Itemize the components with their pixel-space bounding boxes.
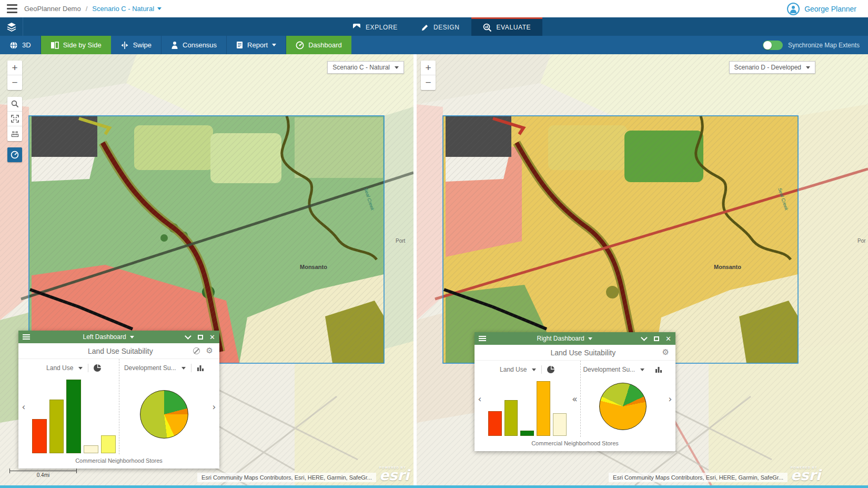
bar-chart-type-icon[interactable] <box>197 365 204 371</box>
map-label-monsanto: Monsanto <box>714 264 741 270</box>
swipe-label: Swipe <box>133 41 152 49</box>
chevron-down-icon <box>130 336 134 338</box>
hide-icon[interactable] <box>193 347 200 354</box>
side-by-side-button[interactable]: Side by Side <box>41 36 111 54</box>
map-label-monsanto: Monsanto <box>300 264 327 270</box>
close-icon[interactable]: ✕ <box>665 335 671 342</box>
map-label-port: Port <box>396 238 406 244</box>
chevron-down-icon <box>78 367 83 370</box>
breadcrumb-separator: / <box>86 5 88 13</box>
side-by-side-icon <box>51 42 59 49</box>
dashboard-button[interactable]: Dashboard <box>286 36 351 54</box>
zoom-out-button[interactable] <box>7 75 22 90</box>
chevron-down-icon <box>806 66 810 69</box>
dashboard-menu-icon[interactable] <box>23 334 30 340</box>
left-dashboard-body: ‹ Land Use <box>18 359 219 454</box>
esri-wordmark: esri <box>379 468 409 482</box>
esri-logo: POWERED BY esri <box>791 466 821 482</box>
evaluate-chart-magnifier-icon <box>483 23 492 32</box>
swipe-button[interactable]: Swipe <box>111 36 162 54</box>
prev-chart-chevron[interactable]: ‹ <box>18 359 29 454</box>
consensus-label: Consensus <box>183 41 217 49</box>
dashboard-toggle-button[interactable] <box>7 147 22 162</box>
avatar <box>787 3 800 15</box>
maximize-icon[interactable] <box>654 336 659 341</box>
dashboard-label: Dashboard <box>308 41 342 49</box>
right-dashboard-body: ‹ Land Use « <box>475 361 675 437</box>
prev-chart-chevron[interactable]: ‹ <box>475 361 485 437</box>
land-use-bar-chart <box>488 376 567 437</box>
tab-evaluate[interactable]: EVALUATE <box>471 17 543 36</box>
gear-icon[interactable]: ⚙ <box>662 348 669 356</box>
bar-chart-type-icon[interactable] <box>655 366 662 373</box>
synchronize-map-extents-toggle[interactable] <box>763 41 783 50</box>
indicator-label: Commercial Neighborhood Stores <box>18 454 219 469</box>
consensus-button[interactable]: Consensus <box>162 36 227 54</box>
left-dashboard-header[interactable]: Left Dashboard ✕ <box>18 331 219 343</box>
right-dashboard-header[interactable]: Right Dashboard ✕ <box>475 332 675 345</box>
3d-button[interactable]: 3D <box>0 36 41 54</box>
left-dashboard-title-menu[interactable]: Left Dashboard <box>30 333 187 341</box>
left-map-scenario-selector[interactable]: Scenario C - Natural <box>327 61 404 74</box>
scenario-breadcrumb-label: Scenario C - Natural <box>92 5 154 13</box>
zoom-out-button[interactable] <box>421 75 436 90</box>
scalebar-mi: 0.4mi <box>9 472 77 478</box>
right-map-scenario-selector[interactable]: Scenario D - Developed <box>729 61 815 74</box>
left-map-scenario-value: Scenario C - Natural <box>332 64 390 71</box>
land-use-chart-panel: Land Use <box>29 359 119 454</box>
layers-button[interactable] <box>0 17 23 36</box>
map-left-scenario-c[interactable]: Monsanto Seal Creek Port <box>0 54 413 485</box>
left-map-attribution: Esri Community Maps Contributors, Esri, … <box>197 466 409 482</box>
zoom-control <box>7 61 22 90</box>
pie-chart-type-icon[interactable] <box>94 364 101 372</box>
user-menu[interactable]: George Planner <box>787 3 868 15</box>
development-suitability-selector[interactable]: Development Su... <box>583 366 635 373</box>
chevron-down-icon <box>181 367 186 370</box>
report-label: Report <box>247 41 268 49</box>
pie-chart-type-icon[interactable] <box>547 366 554 373</box>
mode-tabs: EXPLORE DESIGN EVALUATE <box>341 17 542 36</box>
indicator-label: Commercial Neighborhood Stores <box>475 437 675 451</box>
chevron-down-icon <box>395 66 399 69</box>
development-suitability-chart-panel: Development Su... <box>580 361 665 437</box>
tab-design[interactable]: DESIGN <box>409 17 471 36</box>
scalebar-line <box>9 471 77 471</box>
right-dashboard-title-menu[interactable]: Right Dashboard <box>486 335 643 342</box>
right-dashboard-title: Right Dashboard <box>537 335 584 342</box>
land-use-selector[interactable]: Land Use <box>46 364 73 372</box>
close-icon[interactable]: ✕ <box>209 334 215 341</box>
right-map-scenario-value: Scenario D - Developed <box>734 64 801 71</box>
next-chart-chevron[interactable]: › <box>665 361 675 437</box>
collapse-panel-chevrons[interactable]: « <box>570 361 580 437</box>
land-use-bar-chart <box>32 375 116 454</box>
gear-icon[interactable]: ⚙ <box>206 347 213 355</box>
map-right-scenario-d[interactable]: Monsanto Seal Creek Por Scenario D - Dev… <box>417 54 868 485</box>
scenario-breadcrumb-menu[interactable]: Scenario C - Natural <box>92 5 162 13</box>
search-icon <box>11 100 19 108</box>
right-map-attribution: Esri Community Maps Contributors, Esri, … <box>609 466 821 482</box>
zoom-in-button[interactable] <box>7 61 22 75</box>
explore-map-icon <box>352 23 361 32</box>
land-use-selector[interactable]: Land Use <box>500 366 527 373</box>
dashboard-toggle-control <box>7 147 22 162</box>
side-by-side-maps: Monsanto Seal Creek Port <box>0 54 868 485</box>
dashboard-menu-icon[interactable] <box>479 336 486 341</box>
search-button[interactable] <box>7 97 22 112</box>
maximize-icon[interactable] <box>198 335 203 340</box>
next-chart-chevron[interactable]: › <box>209 359 219 454</box>
tab-explore[interactable]: EXPLORE <box>341 17 409 36</box>
person-icon <box>171 41 178 49</box>
map-label-port: Por <box>857 238 866 244</box>
left-dashboard-window: Left Dashboard ✕ Land Use Suitability ⚙ … <box>18 331 219 469</box>
full-extent-button[interactable] <box>7 112 22 126</box>
report-button[interactable]: Report <box>227 36 286 54</box>
attribution-text: Esri Community Maps Contributors, Esri, … <box>609 473 788 482</box>
zoom-in-button[interactable] <box>421 61 436 75</box>
measure-button[interactable] <box>7 126 22 141</box>
dashboard-subtitle: Land Use Suitability <box>18 347 193 355</box>
main-menu-icon[interactable] <box>0 0 24 17</box>
measure-ruler-icon <box>11 131 19 137</box>
development-suitability-selector[interactable]: Development Su... <box>124 364 176 372</box>
dashboard-gauge-icon <box>296 41 304 49</box>
window-buttons: ✕ <box>187 334 215 341</box>
